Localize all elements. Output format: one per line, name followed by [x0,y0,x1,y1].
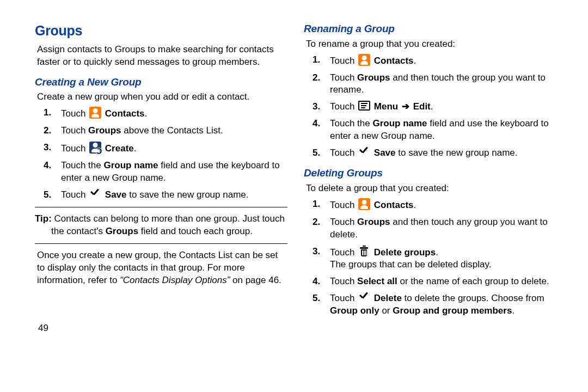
step-text: Touch [330,247,357,258]
step-text: . [512,305,514,316]
check-icon [89,189,101,199]
step: Touch Save to save the new group name. [328,147,556,160]
step-text: . [414,56,416,66]
renaming-lead: To rename a group that you created: [306,38,556,51]
step-text: Touch [330,148,357,158]
tip-bold: Groups [106,226,138,236]
step: Touch Contacts. [328,54,556,68]
step: Touch Contacts. [328,198,556,212]
step-bold: Group only [330,305,379,316]
step-text: Touch the [330,118,372,128]
trash-icon [358,246,370,258]
deleting-lead: To delete a group that you created: [306,182,556,195]
step-text: . [134,143,137,154]
sub-heading-deleting: Deleting Groups [304,166,556,180]
step-bold: Menu [374,101,398,112]
step-text: Touch [330,293,357,303]
step-bold: Group name [103,160,158,170]
step-bold: Delete groups [374,247,436,258]
step: Touch Contacts. [59,107,287,120]
page-number: 49 [38,323,48,334]
step-text: above the Contacts List. [121,125,223,136]
step-text: Touch [330,101,357,112]
step-text: Touch [330,200,357,210]
step: Touch Groups and then touch any group yo… [328,216,556,241]
creating-lead: Create a new group when you add or edit … [37,91,287,103]
note-paragraph: Once you create a new group, the Contact… [37,249,287,287]
step-bold: Groups [88,125,121,136]
sub-heading-renaming: Renaming a Group [304,22,556,36]
check-icon [358,147,370,157]
divider [35,243,287,244]
step-text: Touch [330,217,357,227]
step-bold: Save [374,148,396,158]
tip-text: the contact's [51,226,106,236]
step-bold: Group name [372,118,427,128]
step-bold: Edit [413,101,431,112]
creating-steps: Touch Contacts. Touch Groups above the C… [35,107,287,201]
step-bold: Delete [374,293,402,303]
step-text: or [379,305,393,316]
step-bold: Contacts [105,108,145,119]
tip-text: field and touch each group. [138,226,253,236]
step-bold: Select all [357,276,397,286]
step-bold: Contacts [374,200,414,210]
step-bold: Save [105,189,127,200]
step-text: Touch [61,143,88,154]
step: Touch Menu ➔ Edit. [328,101,556,113]
step: Touch Delete to delete the groups. Choos… [328,292,556,317]
manual-page: Groups Assign contacts to Groups to make… [0,0,588,327]
step-text: Touch [61,189,88,200]
step: Touch the Group name field and use the k… [328,118,556,143]
step: Touch the Group name field and use the k… [59,160,287,185]
tip-text: Contacts can belong to more than one gro… [52,213,285,224]
step-text: Touch [61,125,88,136]
cross-reference: “Contacts Display Options” [120,275,230,285]
step: Touch Groups above the Contacts List. [59,125,287,137]
check-icon [358,292,370,302]
step-bold: Groups [357,217,390,227]
step-text: Touch [330,56,357,66]
contacts-icon [358,54,370,66]
contacts-icon [89,107,101,119]
step-text: . [431,101,433,112]
renaming-steps: Touch Contacts. Touch Groups and then to… [304,54,556,160]
step-bold: Contacts [374,56,414,66]
step-text: Touch [330,276,357,286]
divider [35,207,287,207]
tip-block: Tip: Contacts can belong to more than on… [35,212,287,238]
section-intro: Assign contacts to Groups to make search… [37,44,287,69]
step-text: to save the new group name. [396,148,518,158]
step-text: Touch [330,72,357,83]
right-column: Renaming a Group To rename a group that … [298,22,573,322]
step: Touch Save to save the new group name. [59,189,287,201]
step: Touch Create. [59,142,287,155]
step-text: to delete the groups. Choose from [402,293,544,303]
step-bold: Groups [357,72,390,83]
contacts-icon [358,198,370,210]
step-subtext: The groups that can be deleted display. [330,259,556,271]
step-text: . [145,108,148,119]
step-bold: Create [105,143,134,154]
tip-label: Tip: [35,213,52,224]
left-column: Groups Assign contacts to Groups to make… [35,22,298,322]
section-heading: Groups [35,22,287,40]
step-text: Touch [61,108,88,119]
step: Touch Select all or the name of each gro… [328,275,556,288]
step-text: . [414,200,416,210]
note-text: on page 46. [230,275,281,285]
deleting-steps: Touch Contacts. Touch Groups and then to… [304,198,556,318]
step: Touch Groups and then touch the group yo… [328,72,556,97]
step-text: . [436,247,438,258]
arrow-icon: ➔ [399,101,412,112]
menu-icon [358,101,370,111]
step: Touch Delete groups. The groups that can… [328,246,556,272]
create-icon [89,142,101,154]
step-text: to save the new group name. [127,189,249,200]
step-bold: Group and group members [393,305,512,316]
step-text: or the name of each group to delete. [397,276,549,286]
sub-heading-creating: Creating a New Group [35,75,287,89]
step-text: Touch the [61,160,103,170]
